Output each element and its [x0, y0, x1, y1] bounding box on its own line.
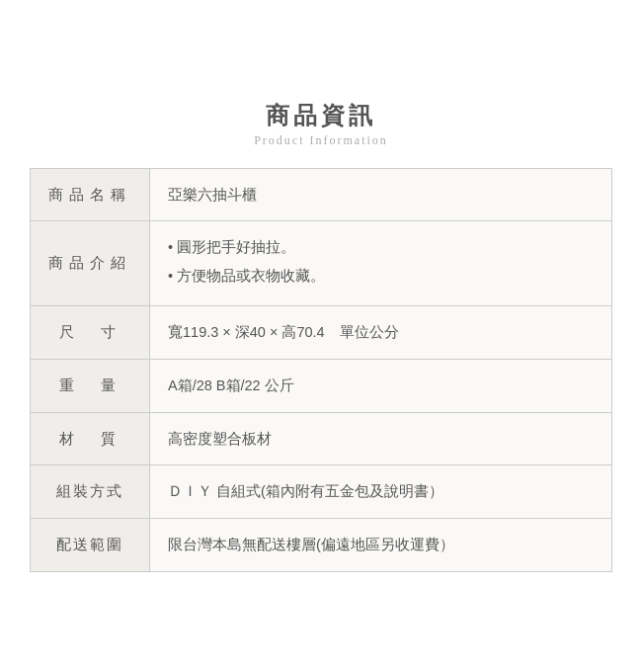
section-header: 商品資訊 Product Information	[30, 100, 612, 147]
row-value: 圓形把手好抽拉。方便物品或衣物收藏。	[150, 221, 612, 306]
table-row: 商品介紹圓形把手好抽拉。方便物品或衣物收藏。	[31, 221, 612, 306]
table-row: 材 質高密度塑合板材	[31, 412, 612, 465]
row-label: 尺 寸	[31, 306, 150, 360]
table-row: 配送範圍限台灣本島無配送樓層(偏遠地區另收運費）	[31, 519, 612, 572]
row-value: ＤＩＹ 自組式(箱內附有五金包及說明書）	[150, 465, 612, 519]
page-title: 商品資訊	[30, 100, 612, 130]
row-label: 配送範圍	[31, 519, 150, 572]
table-row: 尺 寸寬119.3 × 深40 × 高70.4 單位公分	[31, 306, 612, 360]
row-label: 重 量	[31, 360, 150, 413]
row-value: A箱/28 B箱/22 公斤	[150, 360, 612, 413]
row-label: 組裝方式	[31, 465, 150, 519]
row-value: 高密度塑合板材	[150, 412, 612, 465]
product-info-container: 商品資訊 Product Information 商品名稱亞樂六抽斗櫃商品介紹圓…	[30, 100, 612, 571]
table-row: 組裝方式ＤＩＹ 自組式(箱內附有五金包及說明書）	[31, 465, 612, 519]
table-row: 商品名稱亞樂六抽斗櫃	[31, 168, 612, 221]
product-info-table: 商品名稱亞樂六抽斗櫃商品介紹圓形把手好抽拉。方便物品或衣物收藏。尺 寸寬119.…	[30, 168, 612, 572]
row-value: 限台灣本島無配送樓層(偏遠地區另收運費）	[150, 519, 612, 572]
list-item: 圓形把手好抽拉。	[168, 235, 594, 260]
row-value: 亞樂六抽斗櫃	[150, 168, 612, 221]
row-value: 寬119.3 × 深40 × 高70.4 單位公分	[150, 306, 612, 360]
row-label: 材 質	[31, 412, 150, 465]
row-label: 商品名稱	[31, 168, 150, 221]
list-item: 方便物品或衣物收藏。	[168, 264, 594, 289]
table-row: 重 量A箱/28 B箱/22 公斤	[31, 360, 612, 413]
row-label: 商品介紹	[31, 221, 150, 306]
page-subtitle: Product Information	[30, 133, 612, 148]
